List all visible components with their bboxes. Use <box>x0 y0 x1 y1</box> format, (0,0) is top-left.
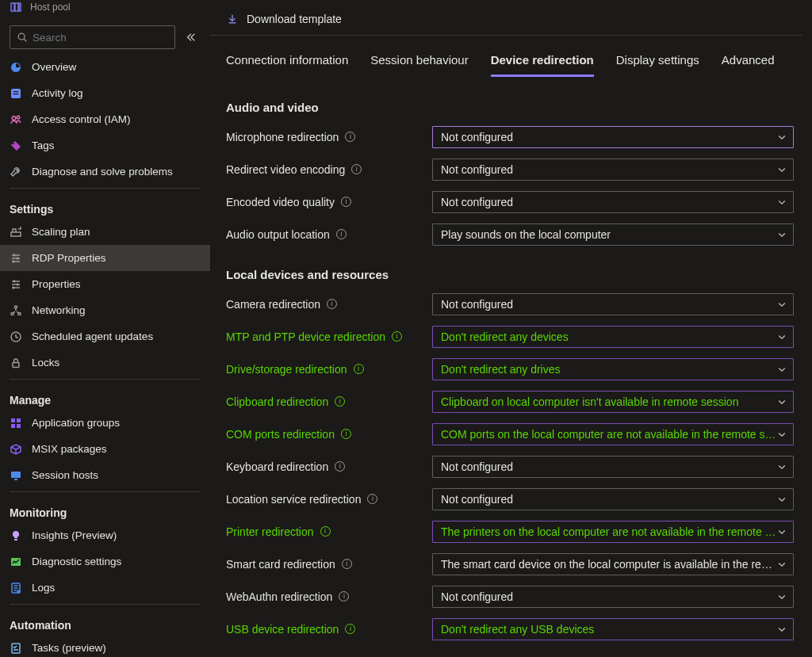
chevron-down-icon <box>777 300 787 309</box>
dropdown-value: Not configured <box>441 196 777 208</box>
form-row: Drive/storage redirectioniDon't redirect… <box>226 353 802 385</box>
sidebar-item-label: Activity log <box>32 87 83 99</box>
chevron-down-icon <box>777 495 787 504</box>
svg-rect-2 <box>19 3 21 11</box>
form-row: Redirect video encodingiNot configured <box>226 153 802 185</box>
form-label: Encoded video qualityi <box>226 196 432 208</box>
tab[interactable]: Display settings <box>616 53 699 77</box>
sidebar-item[interactable]: Diagnose and solve problems <box>0 159 210 185</box>
tab[interactable]: Connection information <box>226 53 348 77</box>
dropdown-value: Not configured <box>441 460 777 473</box>
sidebar-item[interactable]: RDP Properties <box>0 245 210 271</box>
info-icon[interactable]: i <box>367 494 377 504</box>
svg-point-3 <box>18 33 25 40</box>
form-row: Clipboard redirectioniClipboard on local… <box>226 385 802 418</box>
info-icon[interactable]: i <box>339 591 349 602</box>
dropdown[interactable]: COM ports on the local computer are not … <box>432 423 794 445</box>
form-row: Keyboard redirectioniNot configured <box>226 450 802 483</box>
dropdown[interactable]: Don't redirect any USB devices <box>432 618 794 640</box>
form-row: Location service redirectioniNot configu… <box>226 483 802 515</box>
info-icon[interactable]: i <box>335 461 345 472</box>
sidebar-section-title: Monitoring <box>0 495 210 522</box>
form-label: Keyboard redirectioni <box>226 460 432 473</box>
sidebar-item[interactable]: Scheduled agent updates <box>0 323 210 350</box>
dropdown-value: Not configured <box>441 131 777 143</box>
dropdown[interactable]: Don't redirect any devices <box>432 326 794 348</box>
sidebar-section-title: Settings <box>0 192 210 219</box>
sidebar-section-title: Automation <box>0 608 210 635</box>
logs-icon <box>10 582 22 594</box>
dropdown[interactable]: The printers on the local computer are n… <box>432 521 794 543</box>
dropdown[interactable]: Not configured <box>432 293 794 315</box>
dropdown-value: Not configured <box>441 493 777 506</box>
sidebar-collapse-button[interactable] <box>182 27 201 48</box>
svg-rect-32 <box>11 424 15 428</box>
sidebar-item[interactable]: Scaling plan <box>0 219 210 245</box>
sidebar-search[interactable] <box>10 25 175 49</box>
sidebar-item[interactable]: Tasks (preview) <box>0 635 210 657</box>
clock-icon <box>10 330 22 343</box>
svg-rect-18 <box>13 260 14 262</box>
dropdown[interactable]: Not configured <box>432 159 794 181</box>
sidebar-item[interactable]: Overview <box>0 54 210 80</box>
info-icon[interactable]: i <box>336 229 347 239</box>
sidebar-item[interactable]: Activity log <box>0 80 210 106</box>
tab[interactable]: Advanced <box>722 53 775 77</box>
sidebar-item[interactable]: Diagnostic settings <box>0 548 210 575</box>
dropdown[interactable]: Not configured <box>432 191 794 213</box>
sidebar-item[interactable]: Session hosts <box>0 462 210 488</box>
dropdown[interactable]: The smart card device on the local compu… <box>432 553 794 575</box>
svg-rect-17 <box>17 257 18 259</box>
svg-point-42 <box>17 590 20 593</box>
info-icon[interactable]: i <box>392 331 402 342</box>
svg-rect-0 <box>11 3 14 11</box>
form-label: Clipboard redirectioni <box>226 395 432 408</box>
command-bar: Download template <box>210 0 802 36</box>
sidebar-item[interactable]: Logs <box>0 575 210 601</box>
info-icon[interactable]: i <box>320 526 331 537</box>
main-content: Download template Connection information… <box>210 0 812 657</box>
dropdown[interactable]: Don't redirect any drives <box>432 358 794 380</box>
sidebar-item[interactable]: Locks <box>0 350 210 376</box>
dropdown[interactable]: Not configured <box>432 586 794 608</box>
dropdown[interactable]: Not configured <box>432 456 794 478</box>
search-input[interactable] <box>28 31 168 44</box>
dropdown[interactable]: Clipboard on local computer isn't availa… <box>432 391 794 413</box>
divider <box>10 379 201 380</box>
download-template-button[interactable]: Download template <box>247 13 342 25</box>
sidebar-item-label: Diagnostic settings <box>32 556 121 567</box>
chevron-down-icon <box>777 230 787 239</box>
sidebar-item[interactable]: MSIX packages <box>0 436 210 462</box>
scale-icon <box>10 226 22 239</box>
tab[interactable]: Session behaviour <box>370 53 468 77</box>
dropdown[interactable]: Play sounds on the local computer <box>432 223 794 246</box>
info-icon[interactable]: i <box>335 396 345 407</box>
sidebar-item[interactable]: Insights (Preview) <box>0 522 210 548</box>
svg-point-10 <box>17 116 20 119</box>
info-icon[interactable]: i <box>345 132 355 142</box>
info-icon[interactable]: i <box>345 624 355 634</box>
dropdown[interactable]: Not configured <box>432 488 794 510</box>
info-icon[interactable]: i <box>354 364 364 374</box>
sidebar-item[interactable]: Application groups <box>0 410 210 436</box>
sidebar-item-label: Scheduled agent updates <box>32 330 153 342</box>
info-icon[interactable]: i <box>341 197 351 207</box>
tab[interactable]: Device redirection <box>491 53 594 77</box>
sidebar-item[interactable]: Networking <box>0 297 210 323</box>
sidebar-item[interactable]: Tags <box>0 132 210 159</box>
sidebar-item-label: Tags <box>32 139 55 151</box>
dropdown[interactable]: Not configured <box>432 126 794 148</box>
form-row: Smart card redirectioniThe smart card de… <box>226 548 802 580</box>
sidebar-item[interactable]: Access control (IAM) <box>0 106 210 132</box>
form-label: Redirect video encodingi <box>226 163 432 176</box>
activity-icon <box>10 87 22 100</box>
info-icon[interactable]: i <box>341 429 351 439</box>
svg-rect-7 <box>13 91 19 92</box>
sidebar-item[interactable]: Properties <box>0 271 210 297</box>
info-icon[interactable]: i <box>342 559 352 569</box>
info-icon[interactable]: i <box>327 299 337 309</box>
info-icon[interactable]: i <box>351 164 362 174</box>
svg-rect-22 <box>13 280 15 282</box>
svg-rect-31 <box>17 418 21 422</box>
form-label: Drive/storage redirectioni <box>226 363 432 376</box>
